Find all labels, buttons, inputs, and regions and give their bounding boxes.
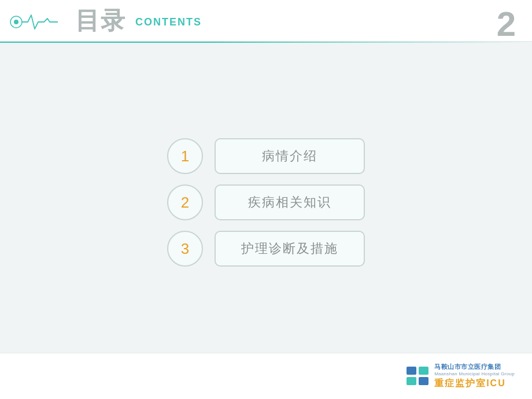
menu-item-2[interactable]: 疾病相关知识 <box>215 184 365 220</box>
menu-row-1: 1 病情介绍 <box>167 138 365 174</box>
hospital-name-en: Maanshan Municipal Hospital Group <box>434 371 515 376</box>
svg-rect-4 <box>407 377 416 385</box>
svg-rect-3 <box>419 367 428 375</box>
footer: 马鞍山市市立医疗集团 Maanshan Municipal Hospital G… <box>0 353 532 399</box>
main-content: 1 病情介绍 2 疾病相关知识 3 护理诊断及措施 <box>0 52 532 353</box>
footer-logo: 马鞍山市市立医疗集团 Maanshan Municipal Hospital G… <box>407 363 515 390</box>
svg-rect-2 <box>407 367 416 375</box>
svg-point-1 <box>14 20 19 24</box>
divider <box>0 42 532 43</box>
page-title-cn: 目录 <box>75 5 126 37</box>
hospital-logo-icon <box>407 367 428 385</box>
number-badge-2: 2 <box>167 184 203 220</box>
menu-row-2: 2 疾病相关知识 <box>167 184 365 220</box>
page-number: 2 <box>497 7 516 42</box>
department-label: 重症监护室ICU <box>434 378 506 390</box>
menu-row-3: 3 护理诊断及措施 <box>167 231 365 267</box>
header: 目录 CONTENTS <box>0 0 532 42</box>
menu-item-1[interactable]: 病情介绍 <box>215 138 365 174</box>
hospital-name-cn: 马鞍山市市立医疗集团 <box>434 363 501 371</box>
number-badge-3: 3 <box>167 231 203 267</box>
svg-rect-5 <box>419 377 428 385</box>
number-badge-1: 1 <box>167 138 203 174</box>
menu-item-3[interactable]: 护理诊断及措施 <box>215 231 365 267</box>
ecg-icon <box>6 10 58 34</box>
footer-text: 马鞍山市市立医疗集团 Maanshan Municipal Hospital G… <box>434 363 515 390</box>
page-title-en: CONTENTS <box>135 16 202 28</box>
